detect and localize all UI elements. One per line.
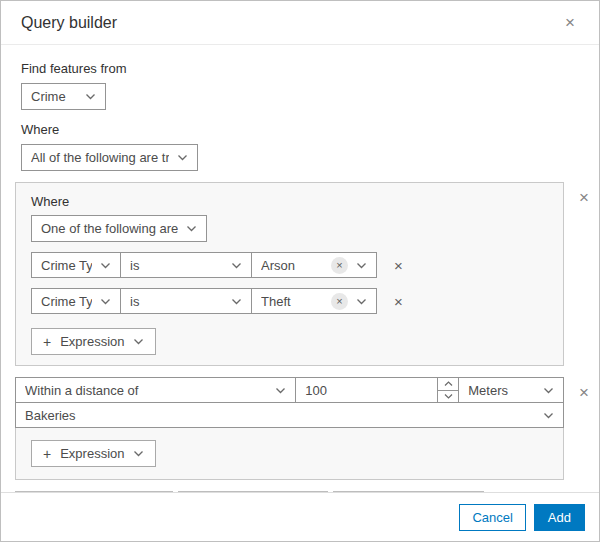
dialog-body: Find features from Crime Where All of th…	[1, 45, 599, 519]
field-select[interactable]: Crime Type	[31, 252, 121, 278]
operator-select-value: is	[130, 258, 223, 273]
layer-select-value: Crime	[31, 89, 77, 104]
operator-select[interactable]: is	[120, 252, 252, 278]
chevron-down-icon	[133, 338, 144, 345]
add-button[interactable]: Add	[534, 504, 585, 531]
chevron-down-icon	[100, 262, 111, 269]
layer-select[interactable]: Crime	[21, 83, 106, 110]
chevron-down-icon	[356, 262, 367, 269]
target-layer-value: Bakeries	[25, 408, 535, 423]
cancel-button[interactable]: Cancel	[459, 504, 525, 531]
find-features-label: Find features from	[21, 61, 599, 76]
field-select-value: Crime Type	[41, 294, 92, 309]
close-icon[interactable]: ×	[561, 12, 579, 33]
value-select[interactable]: Arson ×	[251, 252, 377, 278]
remove-value-chip-icon[interactable]: ×	[331, 293, 348, 310]
chevron-down-icon	[543, 387, 554, 394]
distance-row: Within a distance of	[15, 377, 564, 403]
group-combine-select[interactable]: One of the following are tr...	[31, 215, 207, 242]
remove-condition-icon[interactable]: ×	[390, 256, 407, 275]
spatial-mode-value: Within a distance of	[25, 383, 267, 398]
combine-mode-value: All of the following are true	[31, 150, 169, 165]
distance-stepper	[437, 378, 458, 402]
value-select-value: Arson	[261, 258, 325, 273]
group-where-label: Where	[31, 194, 548, 209]
chevron-down-icon	[133, 450, 144, 457]
plus-icon: +	[43, 446, 51, 462]
spatial-group-wrapper: Within a distance of	[15, 377, 599, 480]
dialog-title: Query builder	[21, 14, 117, 32]
field-select-value: Crime Type	[41, 258, 92, 273]
chevron-down-icon	[186, 225, 197, 232]
group-combine-value: One of the following are tr...	[41, 221, 178, 236]
spatial-group: Within a distance of	[15, 377, 564, 480]
value-select[interactable]: Theft ×	[251, 288, 377, 314]
chevron-down-icon	[177, 154, 188, 161]
condition-row: Crime Type is Arson	[31, 252, 548, 278]
chevron-down-icon	[356, 298, 367, 305]
plus-icon: +	[43, 334, 51, 350]
chevron-down-icon	[100, 298, 111, 305]
units-value: Meters	[468, 383, 535, 398]
dialog-header: Query builder ×	[1, 1, 599, 45]
chevron-down-icon	[543, 412, 554, 419]
target-layer-select[interactable]: Bakeries	[15, 402, 564, 428]
add-expression-button[interactable]: + Expression	[31, 328, 156, 355]
dialog-footer: Cancel Add	[1, 492, 599, 541]
spatial-mode-select[interactable]: Within a distance of	[15, 377, 296, 403]
operator-select-value: is	[130, 294, 223, 309]
stepper-down-icon[interactable]	[438, 391, 458, 403]
where-group: Where One of the following are tr... Cri…	[15, 182, 564, 366]
remove-value-chip-icon[interactable]: ×	[331, 257, 348, 274]
remove-condition-icon[interactable]: ×	[390, 292, 407, 311]
distance-input[interactable]	[296, 378, 437, 402]
chevron-down-icon	[85, 93, 96, 100]
chevron-down-icon	[231, 298, 242, 305]
add-expression-label: Expression	[60, 446, 124, 461]
chevron-down-icon	[275, 387, 286, 394]
operator-select[interactable]: is	[120, 288, 252, 314]
remove-group-icon[interactable]: ×	[575, 187, 593, 208]
query-builder-dialog: Query builder × Find features from Crime…	[0, 0, 600, 542]
remove-group-icon[interactable]: ×	[575, 382, 593, 403]
where-label: Where	[21, 122, 599, 137]
add-expression-label: Expression	[60, 334, 124, 349]
where-group-wrapper: Where One of the following are tr... Cri…	[15, 182, 599, 366]
add-expression-button[interactable]: + Expression	[31, 440, 156, 467]
stepper-up-icon[interactable]	[438, 378, 458, 391]
condition-row: Crime Type is Theft	[31, 288, 548, 314]
distance-input-wrap	[295, 377, 459, 403]
combine-mode-select[interactable]: All of the following are true	[21, 144, 198, 171]
chevron-down-icon	[231, 262, 242, 269]
value-select-value: Theft	[261, 294, 325, 309]
units-select[interactable]: Meters	[458, 377, 564, 403]
field-select[interactable]: Crime Type	[31, 288, 121, 314]
